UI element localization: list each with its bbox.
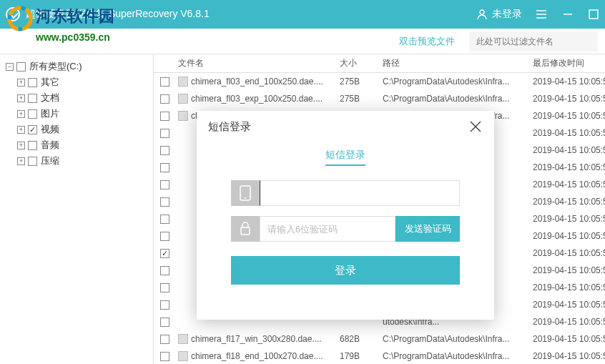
tree-node[interactable]: +其它 <box>3 74 150 90</box>
maximize-button[interactable] <box>588 9 599 20</box>
header-name[interactable]: 文件名 <box>175 57 340 69</box>
file-time: 2019-04-15 10:05:5 <box>533 128 605 138</box>
file-time: 2019-04-15 10:05:5 <box>533 145 605 155</box>
file-path: C:\ProgramData\Autodesk\Infra... <box>383 351 533 361</box>
row-checkbox[interactable] <box>160 180 169 190</box>
file-name: chimera_fl03_end_100x250.dae.... <box>191 77 323 87</box>
minimize-button[interactable] <box>562 9 574 20</box>
tree-checkbox[interactable] <box>28 109 37 119</box>
file-icon <box>178 351 188 361</box>
file-name: chimera_fl03_exp_100x250.dae.... <box>191 94 323 104</box>
table-row[interactable]: chimera_fl17_win_300x280.dae....682BC:\P… <box>154 330 605 348</box>
collapse-icon[interactable]: − <box>6 63 14 71</box>
login-status-label: 未登录 <box>492 8 522 21</box>
file-list-header: 文件名 大小 路径 最后修改时间 <box>154 54 605 73</box>
send-code-button[interactable]: 发送验证码 <box>395 216 460 242</box>
row-checkbox[interactable] <box>160 94 169 104</box>
file-time: 2019-04-15 10:05:5 <box>533 231 605 241</box>
svg-point-6 <box>536 10 538 11</box>
row-checkbox[interactable] <box>160 215 169 224</box>
tree-node[interactable]: +视频 <box>3 122 150 137</box>
svg-point-2 <box>480 10 484 14</box>
header-time[interactable]: 最后修改时间 <box>533 57 605 69</box>
file-time: 2019-04-15 10:05:5 <box>533 248 605 258</box>
tree-node[interactable]: +文档 <box>3 90 150 106</box>
svg-point-7 <box>536 14 538 15</box>
file-time: 2019-04-15 10:05:5 <box>533 111 605 121</box>
close-button[interactable] <box>468 119 483 134</box>
table-row[interactable]: chimera_fl03_end_100x250.dae....275BC:\P… <box>154 73 605 90</box>
file-size: 275B <box>340 94 383 104</box>
tree-node[interactable]: +压缩 <box>3 153 150 169</box>
row-checkbox[interactable] <box>160 335 169 344</box>
tree-checkbox[interactable] <box>28 94 37 103</box>
expand-icon[interactable]: + <box>17 157 25 165</box>
login-button[interactable]: 登录 <box>231 256 460 285</box>
expand-icon[interactable]: + <box>17 79 25 87</box>
file-time: 2019-04-15 10:05:5 <box>533 265 605 275</box>
file-time: 2019-04-15 10:05:5 <box>533 197 605 207</box>
header-size[interactable]: 大小 <box>340 57 383 69</box>
tree-label: 图片 <box>41 107 59 120</box>
tree-label: 音频 <box>41 139 59 152</box>
filter-input[interactable] <box>469 31 598 51</box>
tree-checkbox[interactable] <box>28 125 37 134</box>
row-checkbox[interactable] <box>160 197 169 207</box>
tree-checkbox[interactable] <box>28 157 37 166</box>
user-icon <box>476 9 488 20</box>
row-checkbox[interactable] <box>160 129 169 138</box>
file-icon <box>178 77 188 87</box>
expand-icon[interactable]: + <box>17 142 25 149</box>
file-time: 2019-04-15 10:05:5 <box>533 282 605 292</box>
file-time: 2019-04-15 10:05:5 <box>533 300 605 310</box>
svg-point-14 <box>245 197 246 199</box>
login-status-button[interactable]: 未登录 <box>476 8 522 21</box>
row-checkbox[interactable] <box>160 77 169 87</box>
close-icon <box>469 120 482 133</box>
tree-root[interactable]: − 所有类型(C:) <box>3 59 150 74</box>
file-size: 682B <box>340 334 383 344</box>
row-checkbox[interactable] <box>160 112 169 121</box>
row-checkbox[interactable] <box>160 232 169 241</box>
file-time: 2019-04-15 10:05:5 <box>533 162 605 172</box>
phone-input[interactable] <box>260 180 460 206</box>
tree-node[interactable]: +图片 <box>3 106 150 122</box>
table-row[interactable]: chimera_fl03_exp_100x250.dae....275BC:\P… <box>154 90 605 107</box>
app-logo-icon <box>6 7 20 21</box>
sms-login-dialog: 短信登录 短信登录 发送验证码 登录 <box>197 111 494 320</box>
tree-label: 压缩 <box>41 154 59 167</box>
file-icon <box>178 334 188 344</box>
lock-icon <box>231 216 260 242</box>
row-checkbox[interactable] <box>160 300 169 310</box>
row-checkbox[interactable] <box>160 163 169 172</box>
tree-checkbox[interactable] <box>28 78 37 87</box>
row-checkbox[interactable] <box>160 283 169 292</box>
tree-label: 视频 <box>41 123 59 136</box>
row-checkbox[interactable] <box>160 266 169 275</box>
expand-icon[interactable]: + <box>17 110 25 118</box>
type-tree-sidebar: − 所有类型(C:) +其它+文档+图片+视频+音频+压缩 <box>0 54 154 364</box>
expand-icon[interactable]: + <box>17 94 25 102</box>
file-time: 2019-04-15 10:05:5 <box>533 179 605 190</box>
row-checkbox[interactable] <box>160 318 169 327</box>
file-time: 2019-04-15 10:05:5 <box>533 77 605 87</box>
tree-node[interactable]: +音频 <box>3 137 150 153</box>
row-checkbox[interactable] <box>160 146 169 155</box>
verify-code-input[interactable] <box>260 216 395 242</box>
file-time: 2019-04-15 10:05:5 <box>533 214 605 224</box>
table-row[interactable]: chimera_fl18_end_100x270.dae....179BC:\P… <box>154 348 605 364</box>
tree-checkbox[interactable] <box>28 141 37 150</box>
menu-button[interactable] <box>536 9 548 20</box>
expand-icon[interactable]: + <box>17 126 25 134</box>
file-path: C:\ProgramData\Autodesk\Infra... <box>383 94 533 104</box>
preview-hint-label: 双击预览文件 <box>385 35 469 48</box>
tree-label: 文档 <box>41 92 59 104</box>
file-icon <box>178 111 188 121</box>
tree-root-checkbox[interactable] <box>16 62 26 72</box>
tab-sms-login[interactable]: 短信登录 <box>325 149 365 166</box>
header-path[interactable]: 路径 <box>383 57 533 69</box>
tree-root-label: 所有类型(C:) <box>29 60 82 73</box>
row-checkbox[interactable] <box>160 249 169 258</box>
file-icon <box>178 94 188 104</box>
row-checkbox[interactable] <box>160 352 169 361</box>
